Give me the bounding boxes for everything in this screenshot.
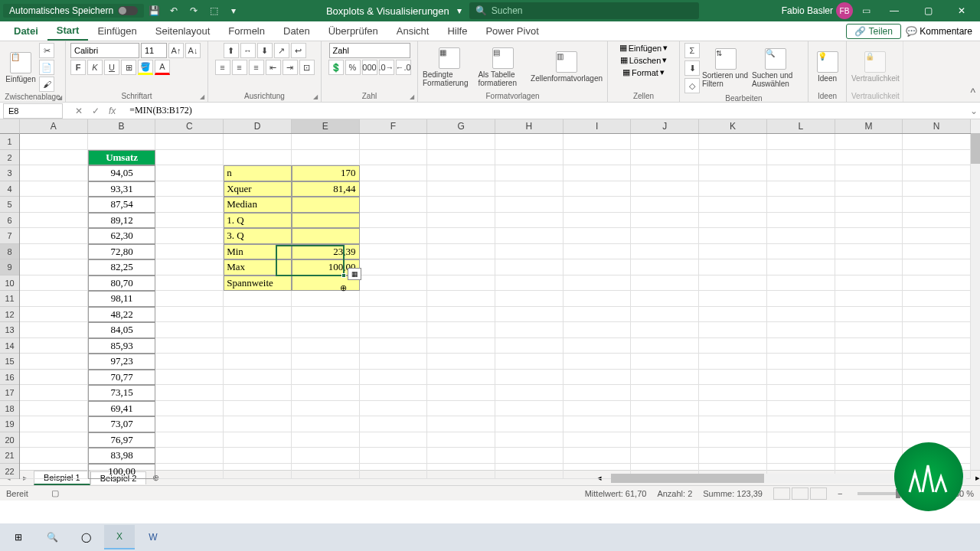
cell[interactable]: 97,23	[88, 354, 156, 370]
cell[interactable]	[835, 401, 903, 417]
align-top-icon[interactable]: ⬆	[224, 43, 239, 58]
cells-area[interactable]: Umsatz94,05n17093,31Xquer81,4487,54Media…	[20, 134, 971, 470]
cell[interactable]	[699, 181, 767, 197]
row-header-22[interactable]: 22	[0, 464, 19, 480]
cell[interactable]	[495, 165, 564, 181]
cell[interactable]	[564, 134, 632, 150]
cell[interactable]	[564, 416, 632, 432]
spreadsheet-grid[interactable]: A B C D E F G H I J K L M N 123456789101…	[0, 119, 980, 470]
cell[interactable]: 84,05	[88, 322, 156, 338]
cell[interactable]	[835, 291, 903, 307]
autofill-options-icon[interactable]: ▦	[348, 268, 361, 280]
cell[interactable]	[903, 385, 971, 401]
row-header-2[interactable]: 2	[0, 150, 19, 166]
cell[interactable]	[564, 259, 632, 276]
cell[interactable]	[903, 291, 971, 307]
cell[interactable]	[224, 150, 292, 166]
cell[interactable]	[155, 213, 224, 229]
cell[interactable]	[155, 432, 224, 448]
cell[interactable]	[564, 181, 632, 197]
tab-daten[interactable]: Daten	[274, 21, 319, 41]
cell[interactable]	[155, 354, 224, 370]
format-painter-icon[interactable]: 🖌	[39, 77, 54, 92]
cell[interactable]	[292, 385, 360, 401]
cell[interactable]	[835, 338, 903, 354]
cell[interactable]	[903, 370, 971, 386]
user-avatar[interactable]: FB	[836, 2, 853, 19]
indent-increase-icon[interactable]: ⇥	[283, 60, 298, 75]
cell[interactable]	[427, 213, 495, 229]
cell[interactable]	[564, 385, 632, 401]
cell[interactable]	[631, 165, 699, 181]
vertical-scrollbar[interactable]	[971, 119, 980, 470]
cell[interactable]	[224, 370, 292, 386]
cell[interactable]	[20, 228, 88, 244]
cell[interactable]	[155, 181, 224, 197]
cell[interactable]	[631, 228, 699, 244]
cell[interactable]	[155, 307, 224, 323]
cell[interactable]	[631, 197, 699, 213]
cell[interactable]	[631, 259, 699, 276]
cell[interactable]	[155, 338, 224, 354]
underline-button[interactable]: U	[104, 60, 119, 75]
collapse-ribbon-icon[interactable]: ^	[970, 86, 975, 99]
row-header-3[interactable]: 3	[0, 165, 19, 181]
cell[interactable]	[495, 291, 564, 307]
cell[interactable]	[699, 259, 767, 276]
cell[interactable]	[292, 150, 360, 166]
cell[interactable]	[631, 307, 699, 323]
col-header-j[interactable]: J	[631, 119, 699, 133]
cell[interactable]	[631, 354, 699, 370]
cell[interactable]	[903, 213, 971, 229]
clear-icon[interactable]: ◇	[684, 78, 700, 93]
ribbon-mode-icon[interactable]: ▭	[858, 2, 874, 19]
redo-icon[interactable]: ↷	[185, 2, 202, 19]
cell[interactable]: 3. Q	[224, 228, 292, 244]
tab-einfuegen[interactable]: Einfügen	[88, 21, 145, 41]
share-button[interactable]: 🔗 Teilen	[846, 24, 900, 39]
cell[interactable]	[699, 370, 767, 386]
cell[interactable]	[427, 307, 495, 323]
cell[interactable]	[631, 181, 699, 197]
cell[interactable]: 89,12	[88, 213, 156, 229]
cell[interactable]	[20, 448, 88, 464]
copy-icon[interactable]: 📄	[39, 60, 54, 75]
cell[interactable]	[360, 354, 428, 370]
cell[interactable]	[767, 181, 835, 197]
cell[interactable]	[495, 464, 564, 480]
cell[interactable]	[699, 385, 767, 401]
row-header-14[interactable]: 14	[0, 338, 19, 354]
fill-color-button[interactable]: 🪣	[138, 60, 153, 75]
cell[interactable]	[360, 259, 428, 276]
view-normal-icon[interactable]	[773, 487, 790, 500]
orientation-icon[interactable]: ↗	[274, 43, 289, 58]
cell[interactable]	[835, 165, 903, 181]
cell[interactable]	[495, 150, 564, 166]
align-center-icon[interactable]: ≡	[232, 60, 247, 75]
cell[interactable]	[835, 213, 903, 229]
cell[interactable]	[155, 150, 224, 166]
cell[interactable]	[20, 385, 88, 401]
cell[interactable]	[495, 181, 564, 197]
cell[interactable]	[495, 448, 564, 464]
column-headers[interactable]: A B C D E F G H I J K L M N	[20, 119, 971, 134]
cell[interactable]	[495, 401, 564, 417]
cell[interactable]	[767, 244, 835, 260]
cell[interactable]	[224, 338, 292, 354]
cell[interactable]	[767, 150, 835, 166]
cell[interactable]	[224, 464, 292, 480]
cell[interactable]	[292, 416, 360, 432]
cell[interactable]	[699, 244, 767, 260]
cell[interactable]	[564, 448, 632, 464]
cell[interactable]	[155, 276, 224, 292]
cell[interactable]	[835, 354, 903, 370]
row-header-1[interactable]: 1	[0, 134, 19, 150]
percent-icon[interactable]: %	[345, 60, 361, 75]
select-all-corner[interactable]	[0, 119, 20, 134]
cell[interactable]	[427, 291, 495, 307]
cell[interactable]	[292, 370, 360, 386]
cell[interactable]	[155, 401, 224, 417]
cell[interactable]	[495, 322, 564, 338]
col-header-l[interactable]: L	[767, 119, 835, 133]
cell[interactable]	[767, 291, 835, 307]
